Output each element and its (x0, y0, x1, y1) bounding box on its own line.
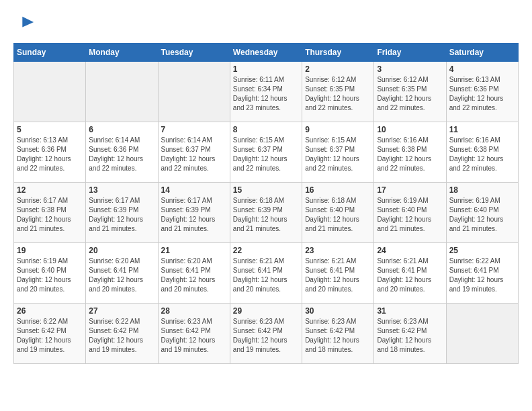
day-info: Sunrise: 6:11 AMSunset: 6:34 PMDaylight:… (233, 75, 299, 113)
day-number: 2 (305, 64, 371, 74)
weekday-header: Saturday (446, 44, 518, 62)
day-info: Sunrise: 6:19 AMSunset: 6:40 PMDaylight:… (17, 257, 83, 294)
day-info: Sunrise: 6:15 AMSunset: 6:37 PMDaylight:… (305, 136, 371, 173)
calendar-day (86, 62, 158, 122)
day-number: 3 (377, 64, 443, 74)
calendar-day: 4 Sunrise: 6:13 AMSunset: 6:36 PMDayligh… (446, 62, 518, 122)
day-number: 16 (305, 185, 371, 195)
day-number: 23 (305, 246, 371, 255)
logo-icon (16, 13, 35, 32)
day-number: 13 (89, 185, 154, 195)
calendar-day: 15 Sunrise: 6:18 AMSunset: 6:39 PMDaylig… (230, 183, 302, 243)
day-info: Sunrise: 6:23 AMSunset: 6:42 PMDaylight:… (233, 317, 299, 355)
day-number: 25 (449, 246, 515, 255)
day-info: Sunrise: 6:22 AMSunset: 6:42 PMDaylight:… (17, 317, 83, 355)
day-number: 14 (161, 185, 227, 195)
day-info: Sunrise: 6:22 AMSunset: 6:41 PMDaylight:… (449, 257, 515, 294)
calendar-day: 8 Sunrise: 6:15 AMSunset: 6:37 PMDayligh… (230, 122, 302, 183)
calendar-week: 19 Sunrise: 6:19 AMSunset: 6:40 PMDaylig… (14, 243, 519, 304)
day-info: Sunrise: 6:14 AMSunset: 6:37 PMDaylight:… (161, 136, 227, 173)
calendar-day: 7 Sunrise: 6:14 AMSunset: 6:37 PMDayligh… (158, 122, 230, 183)
calendar-day (446, 304, 518, 364)
day-info: Sunrise: 6:16 AMSunset: 6:38 PMDaylight:… (449, 136, 515, 173)
calendar-day: 9 Sunrise: 6:15 AMSunset: 6:37 PMDayligh… (302, 122, 374, 183)
day-number: 22 (233, 246, 299, 255)
weekday-header: Wednesday (230, 44, 302, 62)
calendar-day: 11 Sunrise: 6:16 AMSunset: 6:38 PMDaylig… (446, 122, 518, 183)
day-number: 5 (17, 125, 83, 134)
calendar-day: 6 Sunrise: 6:14 AMSunset: 6:36 PMDayligh… (86, 122, 158, 183)
calendar-day: 18 Sunrise: 6:19 AMSunset: 6:40 PMDaylig… (446, 183, 518, 243)
calendar-day: 5 Sunrise: 6:13 AMSunset: 6:36 PMDayligh… (14, 122, 86, 183)
day-number: 10 (377, 125, 443, 134)
day-info: Sunrise: 6:13 AMSunset: 6:36 PMDaylight:… (449, 75, 515, 113)
calendar-day: 25 Sunrise: 6:22 AMSunset: 6:41 PMDaylig… (446, 243, 518, 304)
calendar-day: 14 Sunrise: 6:17 AMSunset: 6:39 PMDaylig… (158, 183, 230, 243)
calendar-day: 17 Sunrise: 6:19 AMSunset: 6:40 PMDaylig… (374, 183, 446, 243)
day-info: Sunrise: 6:17 AMSunset: 6:38 PMDaylight:… (17, 196, 83, 234)
calendar-header: SundayMondayTuesdayWednesdayThursdayFrid… (14, 44, 519, 62)
day-info: Sunrise: 6:19 AMSunset: 6:40 PMDaylight:… (377, 196, 443, 234)
calendar-day (158, 62, 230, 122)
day-info: Sunrise: 6:19 AMSunset: 6:40 PMDaylight:… (449, 196, 515, 234)
day-number: 30 (305, 306, 371, 316)
day-info: Sunrise: 6:21 AMSunset: 6:41 PMDaylight:… (305, 257, 371, 294)
day-number: 4 (449, 64, 515, 74)
calendar-day: 1 Sunrise: 6:11 AMSunset: 6:34 PMDayligh… (230, 62, 302, 122)
logo (13, 13, 35, 32)
day-info: Sunrise: 6:12 AMSunset: 6:35 PMDaylight:… (377, 75, 443, 113)
calendar-day: 20 Sunrise: 6:20 AMSunset: 6:41 PMDaylig… (86, 243, 158, 304)
calendar-day: 13 Sunrise: 6:17 AMSunset: 6:39 PMDaylig… (86, 183, 158, 243)
calendar-day: 21 Sunrise: 6:20 AMSunset: 6:41 PMDaylig… (158, 243, 230, 304)
calendar-week: 1 Sunrise: 6:11 AMSunset: 6:34 PMDayligh… (14, 62, 519, 122)
day-info: Sunrise: 6:21 AMSunset: 6:41 PMDaylight:… (233, 257, 299, 294)
day-number: 7 (161, 125, 227, 134)
calendar-day: 12 Sunrise: 6:17 AMSunset: 6:38 PMDaylig… (14, 183, 86, 243)
day-number: 28 (161, 306, 227, 316)
day-number: 17 (377, 185, 443, 195)
calendar-day: 28 Sunrise: 6:23 AMSunset: 6:42 PMDaylig… (158, 304, 230, 364)
calendar-day: 19 Sunrise: 6:19 AMSunset: 6:40 PMDaylig… (14, 243, 86, 304)
weekday-header: Thursday (302, 44, 374, 62)
calendar-week: 26 Sunrise: 6:22 AMSunset: 6:42 PMDaylig… (14, 304, 519, 364)
calendar-day: 29 Sunrise: 6:23 AMSunset: 6:42 PMDaylig… (230, 304, 302, 364)
day-info: Sunrise: 6:18 AMSunset: 6:40 PMDaylight:… (305, 196, 371, 234)
calendar-day: 27 Sunrise: 6:22 AMSunset: 6:42 PMDaylig… (86, 304, 158, 364)
svg-marker-0 (22, 17, 34, 28)
page-header (13, 13, 519, 32)
weekday-header: Sunday (14, 44, 86, 62)
day-number: 26 (17, 306, 83, 316)
day-number: 27 (89, 306, 154, 316)
day-number: 29 (233, 306, 299, 316)
day-info: Sunrise: 6:23 AMSunset: 6:42 PMDaylight:… (305, 317, 371, 355)
day-info: Sunrise: 6:23 AMSunset: 6:42 PMDaylight:… (161, 317, 227, 355)
calendar-table: SundayMondayTuesdayWednesdayThursdayFrid… (13, 43, 519, 364)
calendar-day (14, 62, 86, 122)
day-info: Sunrise: 6:14 AMSunset: 6:36 PMDaylight:… (89, 136, 154, 173)
day-number: 6 (89, 125, 154, 134)
weekday-header: Tuesday (158, 44, 230, 62)
day-info: Sunrise: 6:23 AMSunset: 6:42 PMDaylight:… (377, 317, 443, 355)
calendar-day: 30 Sunrise: 6:23 AMSunset: 6:42 PMDaylig… (302, 304, 374, 364)
day-info: Sunrise: 6:15 AMSunset: 6:37 PMDaylight:… (233, 136, 299, 173)
calendar-week: 5 Sunrise: 6:13 AMSunset: 6:36 PMDayligh… (14, 122, 519, 183)
day-number: 24 (377, 246, 443, 255)
calendar-day: 26 Sunrise: 6:22 AMSunset: 6:42 PMDaylig… (14, 304, 86, 364)
day-number: 12 (17, 185, 83, 195)
day-info: Sunrise: 6:16 AMSunset: 6:38 PMDaylight:… (377, 136, 443, 173)
day-number: 8 (233, 125, 299, 134)
calendar-day: 2 Sunrise: 6:12 AMSunset: 6:35 PMDayligh… (302, 62, 374, 122)
weekday-header: Friday (374, 44, 446, 62)
day-number: 20 (89, 246, 154, 255)
day-number: 19 (17, 246, 83, 255)
day-info: Sunrise: 6:18 AMSunset: 6:39 PMDaylight:… (233, 196, 299, 234)
calendar-day: 23 Sunrise: 6:21 AMSunset: 6:41 PMDaylig… (302, 243, 374, 304)
day-number: 21 (161, 246, 227, 255)
day-number: 9 (305, 125, 371, 134)
day-number: 1 (233, 64, 299, 74)
day-number: 31 (377, 306, 443, 316)
day-info: Sunrise: 6:12 AMSunset: 6:35 PMDaylight:… (305, 75, 371, 113)
calendar-day: 31 Sunrise: 6:23 AMSunset: 6:42 PMDaylig… (374, 304, 446, 364)
day-number: 18 (449, 185, 515, 195)
day-info: Sunrise: 6:17 AMSunset: 6:39 PMDaylight:… (89, 196, 154, 234)
